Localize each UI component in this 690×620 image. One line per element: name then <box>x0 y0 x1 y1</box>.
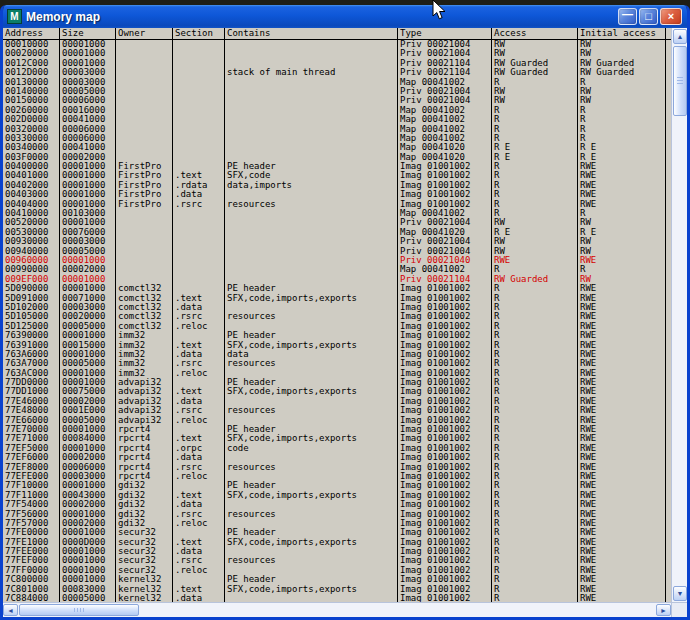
cell-owner <box>116 40 173 49</box>
table-row[interactable]: 7639000000001000imm32PE headerImag 01001… <box>3 331 671 340</box>
table-row[interactable]: 5D10200000003000comctl32.dataImag 010010… <box>3 303 671 312</box>
resize-grip[interactable] <box>671 602 687 617</box>
cell-type: Priv 00021004 <box>398 247 492 256</box>
table-row[interactable]: 0034000000041000Map 00041020R ER E <box>3 143 671 152</box>
cell-owner: imm32 <box>116 331 173 340</box>
table-row[interactable]: 77EF600000002000rpcrt4.dataImag 01001002… <box>3 453 671 462</box>
table-row[interactable]: 0041000000103000Map 00041002RR <box>3 209 671 218</box>
table-row[interactable]: 0013000000003000Map 00041002RR <box>3 78 671 87</box>
scroll-up-button[interactable]: ▲ <box>673 29 687 44</box>
table-row[interactable]: 77E7000000001000rpcrt4PE headerImag 0100… <box>3 425 671 434</box>
table-row[interactable]: 5D12500000005000comctl32.relocImag 01001… <box>3 322 671 331</box>
table-row[interactable]: 77E4600000002000advapi32.dataImag 010010… <box>3 397 671 406</box>
table-row[interactable]: 77E480000001E000advapi32.rsrcresourcesIm… <box>3 406 671 415</box>
table-row[interactable]: 009EF00000001000Priv 00021104RW GuardedR… <box>3 275 671 284</box>
cell-access: RW <box>492 237 578 246</box>
table-row[interactable]: 0026000000016000Map 00041002RR <box>3 106 671 115</box>
table-row[interactable]: 77DD000000001000advapi32PE headerImag 01… <box>3 378 671 387</box>
table-row[interactable]: 0001000000001000Priv 00021004RWRW <box>3 40 671 49</box>
table-row[interactable]: 0093000000003000Priv 00021004RWRW <box>3 237 671 246</box>
table-row[interactable]: 77F5400000002000gdi32.dataImag 01001002R… <box>3 500 671 509</box>
close-button[interactable]: × <box>660 8 682 25</box>
table-row[interactable]: 002D000000041000Map 00041002RR <box>3 115 671 124</box>
cell-owner: comctl32 <box>116 322 173 331</box>
table-row[interactable]: 7639100000015000imm32.textSFX,code,impor… <box>3 341 671 350</box>
cell-type: Imag 01001002 <box>398 397 492 406</box>
maximize-button[interactable]: □ <box>639 8 658 25</box>
table-row[interactable]: 0002000000001000Priv 00021004RWRW <box>3 49 671 58</box>
column-header-size[interactable]: Size <box>60 28 116 39</box>
table-row[interactable]: 77FEF00000001000secur32.rsrcresourcesIma… <box>3 556 671 565</box>
table-row[interactable]: 7C80100000083000kernel32.textSFX,code,im… <box>3 585 671 594</box>
table-row[interactable]: 77F5600000001000gdi32.rsrcresourcesImag … <box>3 510 671 519</box>
table-row[interactable]: 5D09000000001000comctl32PE headerImag 01… <box>3 284 671 293</box>
table-row[interactable]: 0015000000006000Priv 00021004RWRW <box>3 96 671 105</box>
table-row[interactable]: 77DD100000075000advapi32.textSFX,code,im… <box>3 387 671 396</box>
table-row[interactable]: 0096000000001000Priv 00021040RWERWE <box>3 256 671 265</box>
vertical-scrollbar[interactable]: ▲ ▼ <box>671 28 687 602</box>
table-row[interactable]: 77FE10000000D000secur32.textSFX,code,imp… <box>3 538 671 547</box>
cell-type: Imag 01001002 <box>398 519 492 528</box>
table-row[interactable]: 77FE000000001000secur32PE headerImag 010… <box>3 528 671 537</box>
table-row[interactable]: 763A600000001000imm32.datadataImag 01001… <box>3 350 671 359</box>
vertical-scroll-thumb[interactable] <box>673 46 687 116</box>
table-row[interactable]: 77EF500000001000rpcrt4.orpccodeImag 0100… <box>3 444 671 453</box>
minimize-button[interactable]: — <box>618 8 637 25</box>
column-header-access[interactable]: Access <box>492 28 578 39</box>
table-row[interactable]: 0040300000001000FirstPro.dataImag 010010… <box>3 190 671 199</box>
cell-initial: RWE <box>578 547 666 556</box>
column-header-contains[interactable]: Contains <box>225 28 398 39</box>
table-row[interactable]: 0053000000076000Map 00041020R ER E <box>3 228 671 237</box>
cell-access: R <box>492 162 578 171</box>
cell-section: .reloc <box>173 472 225 481</box>
cell-section: .rsrc <box>173 312 225 321</box>
table-row[interactable]: 7C88400000005000kernel32.dataImag 010010… <box>3 594 671 602</box>
table-row[interactable]: 763A700000005000imm32.rsrcresourcesImag … <box>3 359 671 368</box>
table-row[interactable]: 0040400000001000FirstPro.rsrcresourcesIm… <box>3 200 671 209</box>
table-row[interactable]: 77EF800000006000rpcrt4.rsrcresourcesImag… <box>3 463 671 472</box>
table-row[interactable]: 77FEE00000001000secur32.dataImag 0100100… <box>3 547 671 556</box>
cell-address: 00330000 <box>3 134 60 143</box>
table-row[interactable]: 0014000000005000Priv 00021004RWRW <box>3 87 671 96</box>
scroll-left-button[interactable]: ◄ <box>3 604 18 616</box>
table-row[interactable]: 77E7100000084000rpcrt4.textSFX,code,impo… <box>3 434 671 443</box>
cell-contains: PE header <box>225 378 398 387</box>
column-header-section[interactable]: Section <box>173 28 225 39</box>
scroll-right-button[interactable]: ► <box>656 604 671 616</box>
table-row[interactable]: 0040200000001000FirstPro.rdatadata,impor… <box>3 181 671 190</box>
table-row[interactable]: 0033000000006000Map 00041002RR <box>3 134 671 143</box>
table-row[interactable]: 5D10500000020000comctl32.rsrcresourcesIm… <box>3 312 671 321</box>
minimize-icon: — <box>619 9 636 20</box>
cell-address: 77E71000 <box>3 434 60 443</box>
table-row[interactable]: 003F000000002000Map 00041020R ER E <box>3 153 671 162</box>
table-row[interactable]: 763AC00000001000imm32.relocImag 01001002… <box>3 369 671 378</box>
cell-initial: RWE <box>578 397 666 406</box>
horizontal-scroll-thumb[interactable] <box>19 604 139 616</box>
titlebar[interactable]: M Memory map — □ × <box>3 5 687 28</box>
table-row[interactable]: 0099000000002000Map 00041002RR <box>3 265 671 274</box>
table-row[interactable]: 0040100000001000FirstPro.textSFX,codeIma… <box>3 171 671 180</box>
cell-section <box>173 265 225 274</box>
column-header-type[interactable]: Type <box>398 28 492 39</box>
table-row[interactable]: 77E6600000005000advapi32.relocImag 01001… <box>3 416 671 425</box>
cell-initial: RWE <box>578 556 666 565</box>
table-row[interactable]: 0012D00000003000stack of main threadPriv… <box>3 68 671 77</box>
table-row[interactable]: 0052000000001000Priv 00021004RWRW <box>3 218 671 227</box>
cell-size: 00001000 <box>60 510 116 519</box>
horizontal-scrollbar[interactable]: ◄ ► <box>3 602 671 617</box>
table-row[interactable]: 0094000000005000Priv 00021004RWRW <box>3 247 671 256</box>
table-row[interactable]: 77F1000000001000gdi32PE headerImag 01001… <box>3 481 671 490</box>
column-header-initial[interactable]: Initial access <box>578 28 666 39</box>
column-header-address[interactable]: Address <box>3 28 60 39</box>
table-row[interactable]: 0012C00000001000Priv 00021104RW GuardedR… <box>3 59 671 68</box>
table-row[interactable]: 77EFE00000003000rpcrt4.relocImag 0100100… <box>3 472 671 481</box>
table-row[interactable]: 77FF000000001000secur32.relocImag 010010… <box>3 566 671 575</box>
table-row[interactable]: 5D09100000071000comctl32.textSFX,code,im… <box>3 294 671 303</box>
table-row[interactable]: 0032000000006000Map 00041002RR <box>3 125 671 134</box>
table-row[interactable]: 77F5700000002000gdi32.relocImag 01001002… <box>3 519 671 528</box>
scroll-down-button[interactable]: ▼ <box>673 586 687 601</box>
table-row[interactable]: 7C80000000001000kernel32PE headerImag 01… <box>3 575 671 584</box>
column-header-owner[interactable]: Owner <box>116 28 173 39</box>
table-row[interactable]: 0040000000001000FirstProPE headerImag 01… <box>3 162 671 171</box>
table-row[interactable]: 77F1100000043000gdi32.textSFX,code,impor… <box>3 491 671 500</box>
